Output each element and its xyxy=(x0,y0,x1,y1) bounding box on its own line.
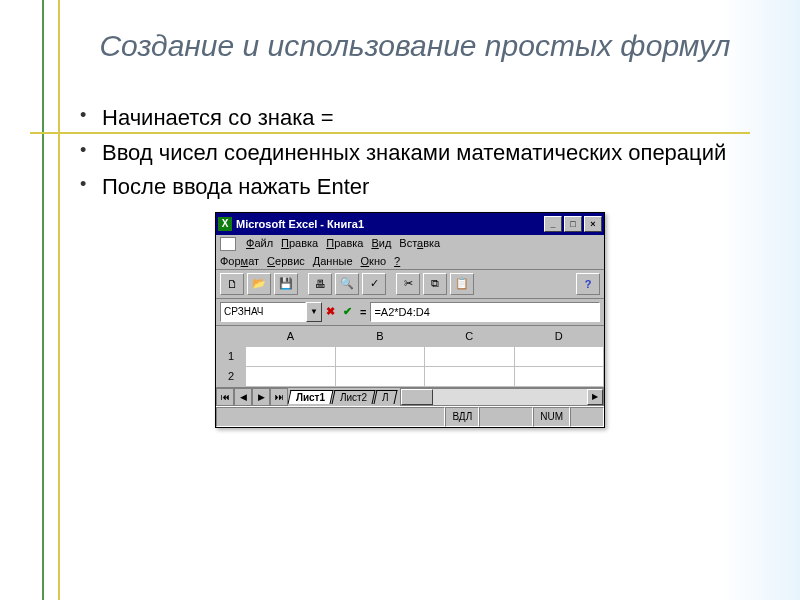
menu-edit2[interactable]: Правка xyxy=(326,237,363,251)
menu-edit[interactable]: Правка xyxy=(281,237,318,251)
cell[interactable] xyxy=(514,346,604,366)
menu-format[interactable]: Формат xyxy=(220,255,259,267)
col-header[interactable]: B xyxy=(335,326,424,346)
tab-nav-last-icon[interactable]: ⏭ xyxy=(270,388,288,406)
cell[interactable] xyxy=(425,346,514,366)
select-all-corner[interactable] xyxy=(217,326,246,346)
window-title: Microsoft Excel - Книга1 xyxy=(236,218,544,230)
tab-nav-first-icon[interactable]: ⏮ xyxy=(216,388,234,406)
cut-button[interactable]: ✂ xyxy=(396,273,420,295)
copy-button[interactable]: ⧉ xyxy=(423,273,447,295)
horizontal-scrollbar[interactable]: ▶ xyxy=(400,388,604,406)
name-box[interactable]: СРЗНАЧ xyxy=(220,302,306,322)
bullet-item: Начинается со знака = xyxy=(80,104,740,133)
new-button[interactable]: 🗋 xyxy=(220,273,244,295)
menu-insert[interactable]: Вставка xyxy=(399,237,440,251)
scrollbar-thumb[interactable] xyxy=(401,389,433,405)
open-button[interactable]: 📂 xyxy=(247,273,271,295)
menu-window[interactable]: Окно xyxy=(361,255,387,267)
statusbar: ВДЛ NUM xyxy=(216,406,604,427)
scroll-right-icon[interactable]: ▶ xyxy=(587,389,603,405)
menu-help[interactable]: ? xyxy=(394,255,400,267)
excel-logo-icon: X xyxy=(218,217,232,231)
cell[interactable] xyxy=(335,366,424,386)
accent-line-green xyxy=(42,0,44,600)
menu-data[interactable]: Данные xyxy=(313,255,353,267)
maximize-button[interactable]: □ xyxy=(564,216,582,232)
name-dropdown-icon[interactable]: ▼ xyxy=(306,302,322,322)
tab-nav-next-icon[interactable]: ▶ xyxy=(252,388,270,406)
bullet-item: Ввод чисел соединенных знаками математич… xyxy=(80,139,740,168)
sheet-tab-bar: ⏮ ◀ ▶ ⏭ Лист1 Лист2 Л ▶ xyxy=(216,387,604,406)
row-header[interactable]: 2 xyxy=(217,366,246,386)
col-header[interactable]: C xyxy=(425,326,514,346)
menu-tools[interactable]: Сервис xyxy=(267,255,305,267)
menubar: Файл Правка Правка Вид Вставка Формат Се… xyxy=(216,235,604,270)
function-equals-icon[interactable]: = xyxy=(356,306,370,318)
cancel-formula-icon[interactable]: ✖ xyxy=(322,305,339,318)
cell[interactable] xyxy=(246,346,335,366)
slide-title: Создание и использование простых формул xyxy=(70,28,760,64)
status-empty2 xyxy=(479,407,533,427)
bullet-item: После ввода нажать Enter xyxy=(80,173,740,202)
col-header[interactable]: A xyxy=(246,326,335,346)
toolbar: 🗋 📂 💾 🖶 🔍 ✓ ✂ ⧉ 📋 ? xyxy=(216,270,604,299)
tab-nav-prev-icon[interactable]: ◀ xyxy=(234,388,252,406)
status-empty xyxy=(216,407,445,427)
help-button[interactable]: ? xyxy=(576,273,600,295)
save-button[interactable]: 💾 xyxy=(274,273,298,295)
menu-view[interactable]: Вид xyxy=(371,237,391,251)
sheet-tab-active[interactable]: Лист1 xyxy=(288,390,334,404)
status-mode: ВДЛ xyxy=(445,407,479,427)
excel-window: X Microsoft Excel - Книга1 _ □ × Файл Пр… xyxy=(215,212,605,428)
accept-formula-icon[interactable]: ✔ xyxy=(339,305,356,318)
formula-bar: СРЗНАЧ ▼ ✖ ✔ = =A2*D4:D4 xyxy=(216,299,604,326)
titlebar: X Microsoft Excel - Книга1 _ □ × xyxy=(216,213,604,235)
cell[interactable] xyxy=(246,366,335,386)
spreadsheet-grid[interactable]: A B C D 1 2 xyxy=(216,326,604,387)
paste-button[interactable]: 📋 xyxy=(450,273,474,295)
workbook-icon xyxy=(220,237,236,251)
minimize-button[interactable]: _ xyxy=(544,216,562,232)
close-button[interactable]: × xyxy=(584,216,602,232)
print-button[interactable]: 🖶 xyxy=(308,273,332,295)
accent-line-yellow xyxy=(58,0,60,600)
row-header[interactable]: 1 xyxy=(217,346,246,366)
cell[interactable] xyxy=(425,366,514,386)
spellcheck-button[interactable]: ✓ xyxy=(362,273,386,295)
cell[interactable] xyxy=(335,346,424,366)
sheet-tab[interactable]: Лист2 xyxy=(332,390,376,404)
cell[interactable] xyxy=(514,366,604,386)
status-empty3 xyxy=(570,407,604,427)
preview-button[interactable]: 🔍 xyxy=(335,273,359,295)
menu-file[interactable]: Файл xyxy=(246,237,273,251)
sheet-tab[interactable]: Л xyxy=(374,390,398,404)
formula-input[interactable]: =A2*D4:D4 xyxy=(370,302,600,322)
col-header[interactable]: D xyxy=(514,326,604,346)
status-numlock: NUM xyxy=(533,407,570,427)
slide-content: Начинается со знака = Ввод чисел соедине… xyxy=(80,104,740,428)
